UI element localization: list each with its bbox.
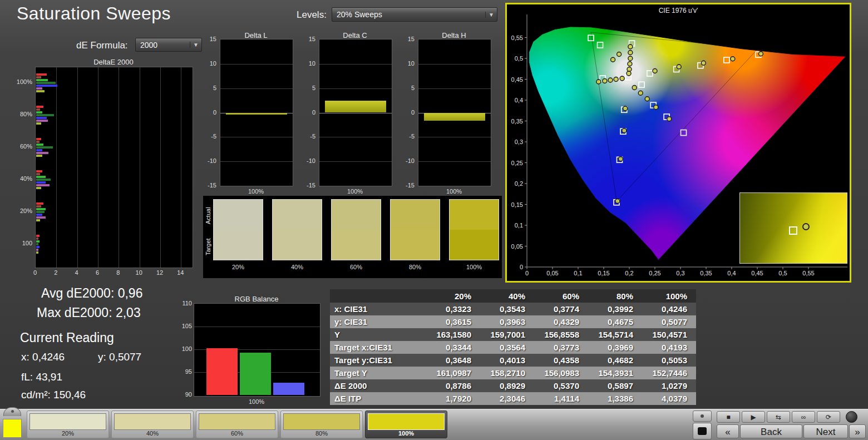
value-cell: 1,0279 [642,381,696,390]
deltae-bar [36,122,41,125]
y-tick-label: 0 [198,109,216,116]
gridline [181,67,181,268]
swatch-label: 40% [272,264,322,271]
patch-button-20%[interactable]: 20% [27,411,109,438]
prev-chevron-button[interactable]: « [717,424,739,438]
rgb-chart: RGB Balance 100% 1101051009590 [179,295,324,406]
control-stop-button[interactable]: ■ [717,411,740,423]
value-cell: 0,4246 [642,304,696,314]
control-transport-button[interactable]: ⇆ [767,411,790,423]
x-tick-label: 0,4 [727,270,736,276]
delta-c-plot [319,39,392,186]
window-mode-button[interactable] [693,411,712,422]
gridline [194,327,320,327]
control-loop-button[interactable]: ⟳ [817,411,840,423]
value-cell: 163,1580 [426,330,480,339]
table-row: y: CIE310,36150,39630,43290,46750,5077 [330,315,696,328]
deltae-bar [36,120,48,122]
y-tick-label: 0,1 [515,222,523,229]
y-tick-label: 0 [396,109,415,116]
y-tick-label: -15 [396,182,415,189]
value-cell: 0,3963 [480,317,534,327]
deltae-bar [36,208,46,210]
patch-window-button[interactable] [693,423,712,439]
actual-color [214,200,263,230]
deltae-bar [36,184,50,186]
deltae-bar [36,176,46,178]
y-tick-label: -5 [297,133,315,140]
measurement-marker [617,52,622,57]
y-tick-label: 0,2 [515,180,523,187]
measurement-marker [638,91,643,95]
rgb-bar-green [240,353,271,395]
actual-color [391,200,440,230]
y-tick-label: -10 [396,157,415,165]
value-cell: 0,4675 [588,317,642,327]
y-tick-label: 0,35 [511,118,523,125]
next-chevron-button[interactable]: » [849,424,866,438]
patch-label: 40% [112,430,193,437]
current-reading-heading: Current Reading [20,330,114,345]
value-cell: 0,3615 [426,317,480,327]
control-continuous-button[interactable]: ∞ [792,411,815,423]
square-icon [698,427,707,435]
tray-handle[interactable] [3,407,21,416]
x-tick-label: 0,1 [574,270,582,276]
value-cell: 0,4013 [480,355,534,365]
y-tick-label: 0,4 [515,97,523,103]
measurement-marker [758,52,763,56]
transport-icon: ⇆ [776,413,781,421]
y-tick-label: 110 [179,300,192,307]
deltae-chart-title: DeltaE 2000 [35,58,192,66]
deltae-bar [36,152,48,154]
measurement-marker [628,45,633,49]
deltae-row-label: 60% [10,143,32,150]
measurement-marker [654,105,658,110]
patch-button-60%[interactable]: 60% [196,411,278,438]
y-tick-label: 0,05 [511,243,523,250]
de-formula-dropdown[interactable]: 2000 ▼ [135,38,202,52]
gridline [220,137,293,137]
levels-dropdown[interactable]: 20% Sweeps ▼ [332,7,497,22]
deltae-bar [36,170,42,172]
status-knob[interactable] [846,411,857,423]
patch-label: 80% [281,430,362,437]
value-cell: 0,4682 [588,355,642,365]
deltae-bar [36,76,41,78]
next-button[interactable]: Next [803,424,848,438]
actual-color [450,200,499,230]
next-label: Next [816,427,836,437]
control-play-button[interactable]: ▶ [742,411,765,423]
play-icon: ▶ [751,413,756,421]
back-button[interactable]: Back [740,424,802,438]
patch-button-100%[interactable]: 100% [365,411,447,438]
measurement-marker [627,71,631,76]
max-de2000: Max dE2000: 2,03 [37,305,141,320]
measurement-marker [620,76,624,81]
deltae-row-label: 100% [10,78,32,86]
y-tick-label: 10 [396,60,415,67]
header-cell: 60% [534,291,588,301]
cd-value: 150,46 [53,389,86,401]
chevron-down-icon: ▼ [485,12,497,18]
x-tick-label: 10 [134,269,145,276]
x-tick-label: 0,05 [546,270,558,276]
table-row: ΔE ITP1,79202,30461,41141,33864,0379 [330,392,696,405]
deltae-bar [36,85,57,87]
avg-label: Avg dE2000: [41,286,114,300]
gridline [140,67,140,268]
patch-label: 20% [27,430,108,437]
dot-icon [701,414,704,418]
target-color [391,230,440,260]
patch-button-80%[interactable]: 80% [280,411,363,438]
back-label: Back [761,427,782,437]
y-tick-label: 105 [179,323,192,330]
delta-c-x-label: 100% [319,188,391,195]
measurement-marker [632,86,637,90]
patch-button-40%[interactable]: 40% [111,411,194,438]
table-row: Y163,1580159,7001156,8558154,5714150,457… [330,328,696,341]
bottom-bar: « Back Next » 20%40%60%80%100%■▶⇆∞⟳ [0,409,868,440]
value-cell: 159,7001 [480,330,534,339]
measurement-marker [628,51,633,55]
y-tick-label: 5 [297,85,315,92]
